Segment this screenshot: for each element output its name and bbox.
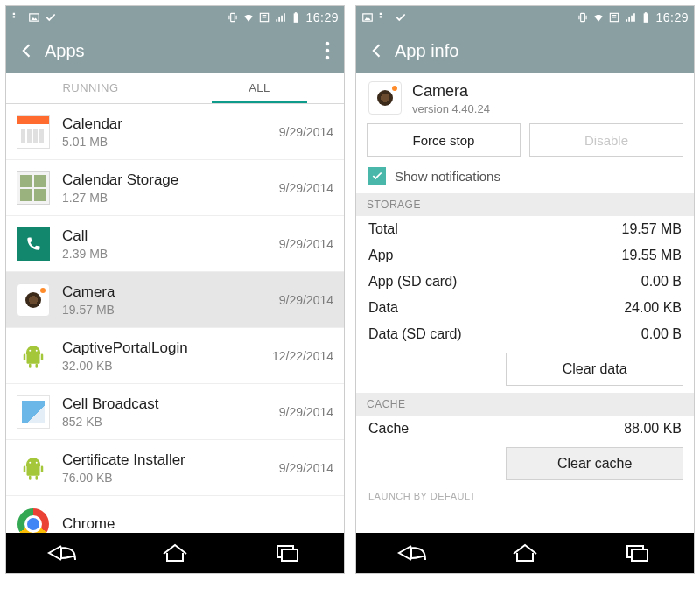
nav-recent-button[interactable] xyxy=(612,540,664,566)
svg-rect-12 xyxy=(29,363,32,367)
tab-all[interactable]: ALL xyxy=(175,73,344,103)
app-row[interactable]: Chrome xyxy=(6,496,344,533)
app-row[interactable]: Calendar Storage1.27 MB9/29/2014 xyxy=(6,160,344,216)
app-row[interactable]: Call2.39 MB9/29/2014 xyxy=(6,216,344,272)
app-name: Chrome xyxy=(62,515,115,533)
data-icon xyxy=(258,11,270,24)
nav-home-button[interactable] xyxy=(499,540,551,566)
android-icon xyxy=(17,339,50,373)
app-name: Calendar Storage xyxy=(62,171,178,189)
app-row[interactable]: Cell Broadcast852 KB9/29/2014 xyxy=(6,384,344,440)
checkmark-icon xyxy=(45,11,57,24)
app-date: 9/29/2014 xyxy=(279,293,333,307)
storage-row: Data (SD card)0.00 B xyxy=(356,321,694,347)
storage-key: App xyxy=(368,248,393,263)
show-notifications-checkbox[interactable] xyxy=(368,167,386,185)
status-bar: 16:29 xyxy=(356,6,694,29)
app-row[interactable]: Camera19.57 MB9/29/2014 xyxy=(6,272,344,328)
show-notifications-row[interactable]: Show notifications xyxy=(356,164,694,193)
app-date: 9/29/2014 xyxy=(279,181,333,195)
svg-rect-19 xyxy=(29,475,32,479)
signal-icon xyxy=(274,11,286,24)
app-info-screen: 16:29 App info Camera version 4.40.24 Fo… xyxy=(355,5,695,574)
tab-running[interactable]: RUNNING xyxy=(6,73,175,103)
show-notifications-label: Show notifications xyxy=(395,169,500,184)
storage-row: App19.55 MB xyxy=(356,242,694,269)
storage-value: 19.55 MB xyxy=(622,248,682,263)
svg-rect-11 xyxy=(41,353,44,360)
checkmark-icon xyxy=(395,11,407,24)
app-size: 2.39 MB xyxy=(62,247,108,261)
back-button[interactable] xyxy=(10,33,45,68)
storage-row: Total19.57 MB xyxy=(356,216,694,242)
nav-back-button[interactable] xyxy=(386,540,438,566)
cache-label: Cache xyxy=(368,421,409,437)
signal-icon xyxy=(624,11,636,24)
app-name: Camera xyxy=(412,82,490,101)
call-icon xyxy=(17,227,50,261)
app-list[interactable]: Calendar5.01 MB9/29/2014Calendar Storage… xyxy=(6,104,344,533)
app-size: 1.27 MB xyxy=(62,191,178,205)
storage-row: App (SD card)0.00 B xyxy=(356,269,694,295)
svg-rect-20 xyxy=(36,475,38,479)
app-size: 32.00 KB xyxy=(62,359,188,373)
storage-key: Total xyxy=(368,221,398,237)
storage-key: App (SD card) xyxy=(368,274,457,290)
cellb-icon xyxy=(17,395,50,429)
overflow-menu-button[interactable] xyxy=(314,33,340,68)
app-name: CaptivePortalLogin xyxy=(62,339,188,357)
app-row[interactable]: Certificate Installer76.00 KB9/29/2014 xyxy=(6,440,344,496)
nav-bar xyxy=(356,533,694,573)
nav-home-button[interactable] xyxy=(149,540,201,566)
page-title: Apps xyxy=(45,41,314,61)
app-row[interactable]: CaptivePortalLogin32.00 KB12/22/2014 xyxy=(6,328,344,384)
camera-icon xyxy=(368,81,403,116)
svg-rect-16 xyxy=(27,465,40,475)
nav-back-button[interactable] xyxy=(36,540,88,566)
chrome-icon xyxy=(17,507,50,534)
app-size: 76.00 KB xyxy=(62,471,186,485)
svg-point-15 xyxy=(36,461,38,463)
data-icon xyxy=(608,11,620,24)
cache-header: CACHE xyxy=(356,393,694,416)
svg-rect-23 xyxy=(581,13,585,21)
apps-screen: 16:29 Apps RUNNING ALL Calendar5.01 MB9/… xyxy=(5,5,345,574)
storage-value: 19.57 MB xyxy=(622,221,682,237)
svg-rect-28 xyxy=(632,549,648,561)
camera-icon xyxy=(17,283,50,317)
nav-recent-button[interactable] xyxy=(262,540,314,566)
vibrate-icon xyxy=(577,11,589,24)
image-icon xyxy=(361,11,374,24)
battery-icon xyxy=(290,11,302,24)
storage-value: 24.00 KB xyxy=(624,300,682,316)
app-date: 9/29/2014 xyxy=(279,237,333,251)
storage-header: STORAGE xyxy=(356,193,694,216)
app-date: 9/29/2014 xyxy=(279,461,333,475)
disable-button: Disable xyxy=(529,123,683,157)
svg-point-8 xyxy=(36,349,38,351)
tabs: RUNNING ALL xyxy=(6,73,344,104)
calstorage-icon xyxy=(17,171,50,205)
cache-row: Cache 88.00 KB xyxy=(356,416,694,442)
title-bar: App info xyxy=(356,29,694,73)
clear-cache-button[interactable]: Clear cache xyxy=(506,447,683,480)
svg-rect-26 xyxy=(645,12,647,14)
vibrate-icon xyxy=(227,11,239,24)
nav-bar xyxy=(6,533,344,573)
status-bar: 16:29 xyxy=(6,6,344,29)
app-row[interactable]: Calendar5.01 MB9/29/2014 xyxy=(6,104,344,160)
svg-rect-18 xyxy=(41,465,44,472)
svg-rect-10 xyxy=(24,353,26,360)
app-date: 9/29/2014 xyxy=(279,125,333,139)
app-name: Calendar xyxy=(62,115,122,133)
svg-rect-22 xyxy=(282,549,298,561)
app-name: Certificate Installer xyxy=(62,451,186,469)
app-name: Cell Broadcast xyxy=(62,395,159,413)
back-button[interactable] xyxy=(360,33,395,68)
app-name: Camera xyxy=(62,283,115,301)
app-date: 9/29/2014 xyxy=(279,405,333,419)
force-stop-button[interactable]: Force stop xyxy=(367,123,521,157)
app-size: 852 KB xyxy=(62,415,159,429)
clock: 16:29 xyxy=(305,10,339,24)
clear-data-button[interactable]: Clear data xyxy=(506,353,683,386)
